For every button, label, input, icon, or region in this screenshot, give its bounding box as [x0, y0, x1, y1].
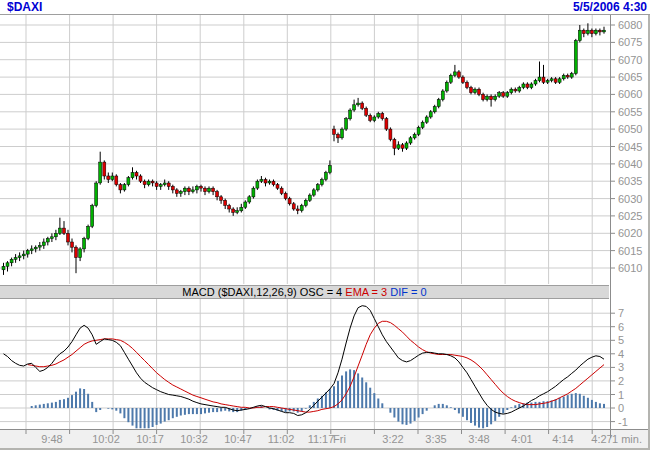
macd-tick-label: 6 — [618, 321, 624, 333]
dif-histogram-bar — [63, 399, 65, 408]
macd-tick-label: 0 — [618, 402, 624, 414]
dif-histogram-bar — [71, 395, 73, 408]
dif-histogram-bar — [587, 398, 589, 408]
dif-histogram-bar — [325, 392, 327, 408]
dif-histogram-bar — [87, 394, 89, 408]
dif-histogram-bar — [446, 405, 448, 408]
candle — [50, 237, 53, 239]
candle — [288, 199, 291, 204]
dif-histogram-bar — [514, 405, 516, 408]
dif-histogram-bar — [95, 408, 97, 412]
dif-histogram-bar — [462, 408, 464, 417]
dif-histogram-bar — [91, 402, 93, 408]
candle — [123, 185, 126, 190]
candle — [474, 89, 477, 93]
dif-histogram-bar — [397, 408, 399, 422]
time-label: 10:02 — [92, 433, 120, 445]
time-label: 10:17 — [136, 433, 164, 445]
candle — [244, 202, 247, 207]
datetime-label: 5/5/2006 4:30 — [573, 0, 647, 14]
time-label: 11:02 — [268, 433, 295, 445]
candle — [155, 183, 158, 187]
candle — [389, 129, 392, 139]
candle — [381, 114, 384, 119]
candle — [232, 209, 235, 213]
dif-histogram-bar — [498, 408, 500, 417]
candle — [502, 93, 505, 97]
candle — [598, 30, 601, 32]
time-label: 3:48 — [468, 433, 489, 445]
dif-histogram-bar — [43, 404, 45, 408]
candle — [441, 91, 444, 100]
dif-histogram-bar — [414, 408, 416, 421]
dif-histogram-bar — [603, 404, 605, 408]
candle — [240, 207, 243, 211]
candle — [183, 188, 186, 192]
price-tick-label: 6035 — [618, 175, 642, 187]
candle — [506, 93, 509, 97]
dif-histogram-bar — [224, 408, 226, 411]
dif-histogram-bar — [595, 402, 597, 408]
candle — [498, 93, 501, 97]
dif-histogram-bar — [579, 394, 581, 408]
candle — [163, 183, 166, 185]
candle — [510, 89, 513, 93]
dif-histogram-bar — [140, 408, 142, 428]
dif-histogram-bar — [539, 402, 541, 408]
dif-histogram-bar — [530, 403, 532, 408]
price-tick-label: 6055 — [618, 106, 642, 118]
price-tick-label: 6020 — [618, 227, 642, 239]
candle — [453, 72, 456, 76]
candle — [470, 88, 473, 93]
candle — [42, 242, 45, 246]
macd-tick-label: 1 — [618, 389, 624, 401]
candle — [248, 197, 251, 202]
candle — [562, 75, 565, 79]
price-tick-label: 6065 — [618, 71, 642, 83]
dif-histogram-bar — [192, 408, 194, 414]
dif-histogram-bar — [418, 408, 420, 418]
dif-histogram-bar — [454, 408, 456, 410]
dif-histogram-bar — [144, 408, 146, 428]
dif-histogram-bar — [422, 408, 424, 414]
candle — [570, 74, 573, 78]
dif-histogram-bar — [305, 408, 307, 409]
dif-histogram-bar — [148, 408, 150, 428]
dif-histogram-bar — [216, 408, 218, 412]
dif-histogram-bar — [212, 408, 214, 412]
osc-line — [4, 306, 605, 416]
dif-histogram-bar — [184, 408, 186, 415]
dif-histogram-bar — [470, 408, 472, 423]
time-label: 4:14 — [552, 433, 573, 445]
dif-histogram-bar — [164, 408, 166, 422]
candle — [357, 103, 360, 105]
candle — [276, 185, 279, 189]
candle — [119, 185, 122, 190]
dif-histogram-bar — [450, 407, 452, 408]
dif-histogram-bar — [402, 408, 404, 424]
candle — [107, 176, 110, 180]
candle — [393, 140, 396, 149]
candle — [103, 162, 106, 176]
dif-histogram-bar — [220, 408, 222, 411]
candle — [429, 112, 432, 117]
candle — [538, 77, 541, 81]
dif-histogram-bar — [543, 401, 545, 408]
price-tick-label: 6040 — [618, 158, 642, 170]
dif-histogram-bar — [494, 408, 496, 421]
candle — [349, 110, 352, 119]
macd-tick-label: 4 — [618, 348, 624, 360]
dif-histogram-bar — [482, 408, 484, 428]
candle — [159, 185, 162, 187]
dif-histogram-bar — [204, 408, 206, 413]
dif-histogram-bar — [51, 403, 53, 408]
candle — [179, 192, 182, 194]
candle — [449, 75, 452, 82]
macd-params-label: MACD ($DAXI,12,26,9) OSC = 4 — [182, 286, 342, 298]
time-label: 11:17 — [308, 433, 335, 445]
dif-histogram-bar — [381, 403, 383, 408]
dif-histogram-bar — [47, 403, 49, 408]
dif-histogram-bar — [373, 393, 375, 408]
dif-histogram-bar — [349, 369, 351, 408]
time-label: 4:27 — [591, 433, 612, 445]
